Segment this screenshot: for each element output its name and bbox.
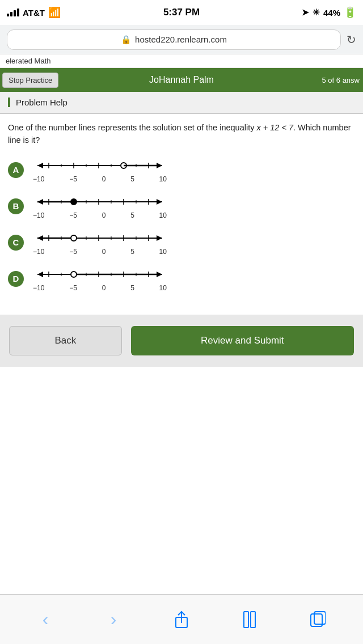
option-b-circle: B — [8, 198, 24, 214]
reload-button[interactable]: ↻ — [347, 33, 356, 46]
numberline-labels-d: −10−50510 — [32, 284, 168, 292]
option-c[interactable]: C −10−50510 — [8, 230, 355, 256]
option-a-circle: A — [8, 162, 24, 178]
numberline-svg-a — [32, 157, 168, 174]
safari-toolbar-spacer — [0, 367, 363, 417]
problem-help-bar: Problem Help — [0, 92, 363, 114]
forward-nav-icon[interactable]: › — [102, 608, 125, 631]
main-content: One of the number lines represents the s… — [0, 114, 363, 310]
lock-icon: 🔒 — [121, 35, 132, 45]
option-d-numberline: −10−50510 — [32, 266, 168, 292]
question-prefix: One of the number lines represents the s… — [8, 123, 256, 132]
status-right: ➤ ✳ 44% 🔋 — [302, 6, 356, 19]
question-math: x + 12 < 7 — [256, 123, 293, 132]
user-name: JoHannah Palm — [149, 75, 214, 85]
svg-marker-16 — [157, 199, 162, 205]
question-text: One of the number lines represents the s… — [8, 122, 355, 147]
svg-point-55 — [71, 272, 77, 277]
svg-point-41 — [71, 235, 77, 241]
app-name: elerated Math — [6, 57, 51, 65]
progress-count: 5 of 6 answ — [322, 76, 360, 84]
svg-marker-43 — [37, 272, 43, 277]
browser-bar: 🔒 hosted220.renlearn.com ↻ — [0, 25, 363, 54]
svg-rect-58 — [244, 612, 248, 628]
location-icon: ➤ — [302, 7, 309, 18]
svg-marker-2 — [157, 163, 162, 168]
problem-help-label: Problem Help — [8, 98, 67, 107]
numberline-svg-b — [32, 193, 168, 210]
time-display: 5:37 PM — [163, 7, 200, 18]
option-b-numberline: −10−50510 — [32, 193, 168, 219]
numberline-svg-d — [32, 266, 168, 283]
wifi-icon: 📶 — [48, 6, 61, 19]
signal-icon — [7, 9, 19, 16]
option-a-numberline: −10−50510 — [32, 157, 168, 183]
bookmarks-icon[interactable] — [238, 608, 261, 631]
safari-toolbar: ‹ › — [0, 594, 363, 644]
svg-rect-59 — [251, 612, 255, 628]
share-icon[interactable] — [170, 608, 193, 631]
battery-icon: 🔋 — [344, 6, 356, 19]
svg-marker-1 — [37, 163, 43, 168]
option-b[interactable]: B −10−50510 — [8, 193, 355, 219]
option-d[interactable]: D −10−50510 — [8, 266, 355, 292]
carrier-label: AT&T — [23, 8, 45, 18]
option-a[interactable]: A — [8, 157, 355, 183]
url-bar[interactable]: 🔒 hosted220.renlearn.com — [7, 29, 341, 50]
option-c-numberline: −10−50510 — [32, 230, 168, 256]
review-and-submit-button[interactable]: Review and Submit — [131, 326, 354, 355]
status-left: AT&T 📶 — [7, 6, 61, 19]
option-d-circle: D — [8, 271, 24, 287]
bluetooth-icon: ✳ — [313, 7, 320, 18]
numberline-svg-c — [32, 230, 168, 247]
option-c-circle: C — [8, 235, 24, 251]
svg-point-27 — [71, 199, 77, 205]
numberline-labels-b: −10−50510 — [32, 211, 168, 219]
back-nav-icon[interactable]: ‹ — [34, 608, 57, 631]
nav-bar: Stop Practice JoHannah Palm 5 of 6 answ — [0, 68, 363, 92]
numberline-labels-a: −10−50510 — [32, 175, 168, 183]
tabs-icon[interactable] — [306, 608, 329, 631]
svg-marker-30 — [157, 235, 162, 241]
status-bar: AT&T 📶 5:37 PM ➤ ✳ 44% 🔋 — [0, 0, 363, 25]
app-header: elerated Math — [0, 54, 363, 68]
stop-practice-button[interactable]: Stop Practice — [2, 73, 58, 88]
battery-percentage: 44% — [323, 8, 340, 18]
url-text: hosted220.renlearn.com — [135, 35, 227, 44]
svg-marker-44 — [157, 272, 162, 277]
footer-buttons: Back Review and Submit — [0, 315, 363, 367]
back-button[interactable]: Back — [9, 326, 122, 355]
numberline-labels-c: −10−50510 — [32, 248, 168, 256]
